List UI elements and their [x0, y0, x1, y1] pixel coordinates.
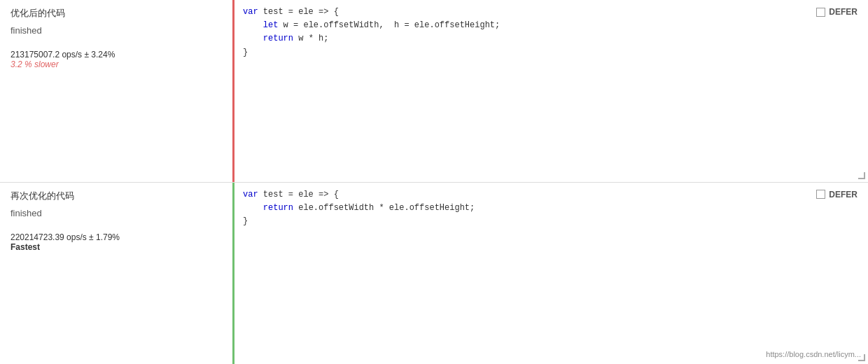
block1-perf: 3.2 % slower — [10, 59, 222, 69]
watermark: https://blog.csdn.net/licym... — [766, 350, 861, 358]
block2-title: 再次优化的代码 — [10, 190, 222, 202]
block1-ops: 213175007.2 ops/s ± 3.24% — [10, 50, 222, 59]
block1-defer-label: DEFER — [829, 7, 858, 17]
block2-status: finished — [10, 208, 222, 218]
block2-defer-checkbox[interactable] — [816, 190, 825, 199]
block2-defer-area: DEFER — [816, 190, 858, 200]
test-row-2: 再次优化的代码 finished 220214723.39 ops/s ± 1.… — [0, 183, 868, 365]
block1-defer-area: DEFER — [816, 7, 858, 17]
block1-resize-handle[interactable] — [858, 172, 865, 179]
right-panel-2: var test = ele => { return ele.offsetWid… — [234, 183, 868, 365]
block2-perf: Fastest — [10, 242, 222, 252]
test-block-2: 再次优化的代码 finished 220214723.39 ops/s ± 1.… — [0, 183, 868, 365]
block1-status: finished — [10, 25, 222, 36]
block1-title: 优化后的代码 — [10, 7, 222, 20]
right-panel-1: var test = ele => { let w = ele.offsetWi… — [234, 0, 868, 182]
block2-ops: 220214723.39 ops/s ± 1.79% — [10, 232, 222, 242]
left-panel-2: 再次优化的代码 finished 220214723.39 ops/s ± 1.… — [0, 183, 234, 365]
test-row-1: 优化后的代码 finished 213175007.2 ops/s ± 3.24… — [0, 0, 868, 182]
block1-defer-checkbox[interactable] — [816, 8, 825, 17]
test-block-1: 优化后的代码 finished 213175007.2 ops/s ± 3.24… — [0, 0, 868, 183]
left-panel-1: 优化后的代码 finished 213175007.2 ops/s ± 3.24… — [0, 0, 234, 182]
page-wrapper: 优化后的代码 finished 213175007.2 ops/s ± 3.24… — [0, 0, 868, 364]
block1-code: var test = ele => { let w = ele.offsetWi… — [243, 6, 860, 59]
block2-code: var test = ele => { return ele.offsetWid… — [243, 188, 860, 229]
block2-defer-label: DEFER — [829, 190, 858, 200]
